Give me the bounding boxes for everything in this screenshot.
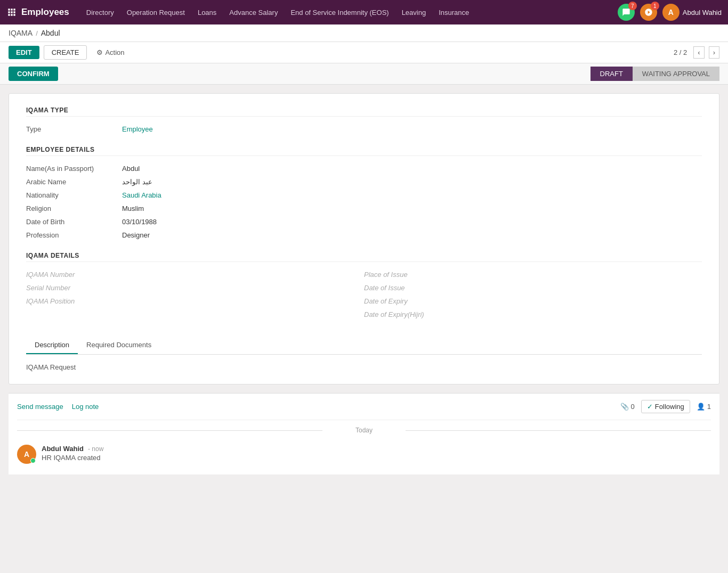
type-value[interactable]: Employee: [122, 125, 153, 133]
topnav-menu: Directory Operation Request Loans Advanc…: [80, 0, 618, 24]
gear-icon: ⚙: [96, 48, 103, 56]
iqama-position-label: IQAMA Position: [26, 297, 122, 305]
serial-number-label: Serial Number: [26, 284, 122, 292]
place-of-issue-row: Place of Issue: [364, 271, 702, 279]
tab-description[interactable]: Description: [26, 337, 78, 354]
description-content: IQAMA Request: [26, 363, 702, 371]
pagination-info: 2 / 2: [674, 48, 687, 56]
status-draft[interactable]: DRAFT: [591, 67, 633, 81]
attachments-count[interactable]: 📎 0: [620, 403, 635, 411]
message-time: - now: [88, 445, 103, 453]
date-of-expiry-label: Date of Expiry: [364, 297, 460, 305]
religion-label: Religion: [26, 204, 122, 212]
profession-value[interactable]: Designer: [122, 231, 150, 239]
create-button[interactable]: CREATE: [44, 45, 87, 60]
iqama-position-row: IQAMA Position: [26, 297, 364, 305]
message-item: A Abdul Wahid - now HR IQAMA created: [17, 440, 711, 468]
name-value[interactable]: Abdul: [122, 165, 140, 173]
dob-field-row: Date of Birth 03/10/1988: [26, 218, 702, 226]
iqama-type-section: IQAMA Type Type Employee: [26, 107, 702, 133]
main-content: IQAMA Type Type Employee Employee Detail…: [0, 85, 728, 483]
left-col: IQAMA Number Serial Number IQAMA Positio…: [26, 271, 364, 324]
dob-label: Date of Birth: [26, 218, 122, 226]
date-of-expiry-hijri-label: Date of Expiry(Hijri): [364, 310, 460, 318]
message-content: Abdul Wahid - now HR IQAMA created: [42, 445, 711, 464]
chat-button[interactable]: 7: [618, 4, 635, 21]
message-header: Abdul Wahid - now: [42, 445, 711, 453]
serial-number-row: Serial Number: [26, 284, 364, 292]
place-of-issue-label: Place of Issue: [364, 271, 460, 279]
send-message-button[interactable]: Send message: [17, 403, 63, 411]
date-of-issue-row: Date of Issue: [364, 284, 702, 292]
name-label: Name(As in Passport): [26, 165, 122, 173]
chatter-actions: Send message Log note 📎 0 ✓ Following 👤 …: [17, 400, 711, 420]
breadcrumb-separator: /: [36, 29, 38, 37]
activity-badge: 1: [651, 2, 659, 10]
iqama-details-section: IQAMA Details IQAMA Number Serial Number…: [26, 252, 702, 324]
menu-item-eos[interactable]: End of Service Indemnity (EOS): [284, 0, 395, 24]
date-of-expiry-row: Date of Expiry: [364, 297, 702, 305]
activity-button[interactable]: 1: [640, 4, 657, 21]
profession-label: Profession: [26, 231, 122, 239]
app-title[interactable]: Employees: [21, 7, 69, 18]
menu-item-insurance[interactable]: Insurance: [432, 0, 475, 24]
form-card: IQAMA Type Type Employee Employee Detail…: [9, 93, 719, 384]
prev-button[interactable]: ‹: [693, 46, 704, 59]
breadcrumb-current: Abdul: [41, 29, 60, 37]
dob-value[interactable]: 03/10/1988: [122, 218, 157, 226]
menu-item-loans[interactable]: Loans: [191, 0, 223, 24]
arabic-name-value[interactable]: عبد الواحد: [122, 178, 152, 186]
online-indicator: [30, 458, 36, 463]
topnav: Employees Directory Operation Request Lo…: [0, 0, 728, 24]
description-text: IQAMA Request: [26, 361, 76, 373]
arabic-name-label: Arabic Name: [26, 178, 122, 186]
religion-value[interactable]: Muslim: [122, 204, 144, 212]
tab-bar: Description Required Documents: [26, 337, 702, 355]
date-of-expiry-hijri-row: Date of Expiry(Hijri): [364, 310, 702, 318]
breadcrumb: IQAMA / Abdul: [0, 24, 728, 42]
person-icon: 👤: [697, 403, 705, 411]
menu-item-leaving[interactable]: Leaving: [395, 0, 433, 24]
type-field-row: Type Employee: [26, 125, 702, 133]
menu-item-directory[interactable]: Directory: [80, 0, 120, 24]
confirm-button[interactable]: CONFIRM: [9, 67, 58, 81]
today-divider: Today: [17, 427, 711, 434]
check-icon: ✓: [647, 403, 653, 411]
iqama-number-label: IQAMA Number: [26, 271, 122, 279]
user-name: Abdul Wahid: [683, 9, 722, 17]
user-menu[interactable]: A Abdul Wahid: [662, 4, 722, 21]
breadcrumb-parent[interactable]: IQAMA: [9, 29, 33, 37]
status-bar: CONFIRM DRAFT WAITING APPROVAL: [0, 63, 728, 85]
message-author: Abdul Wahid: [42, 445, 84, 453]
menu-item-operation-request[interactable]: Operation Request: [120, 0, 191, 24]
log-note-button[interactable]: Log note: [72, 403, 99, 411]
right-col: Place of Issue Date of Issue Date of Exp…: [364, 271, 702, 324]
religion-field-row: Religion Muslim: [26, 204, 702, 212]
chatter: Send message Log note 📎 0 ✓ Following 👤 …: [9, 393, 719, 474]
status-pipeline: DRAFT WAITING APPROVAL: [591, 67, 719, 81]
nationality-field-row: Nationality Saudi Arabia: [26, 191, 702, 199]
status-waiting-approval[interactable]: WAITING APPROVAL: [633, 67, 719, 81]
tab-required-documents[interactable]: Required Documents: [78, 337, 160, 354]
nationality-value[interactable]: Saudi Arabia: [122, 191, 161, 199]
profession-field-row: Profession Designer: [26, 231, 702, 239]
iqama-details-title: IQAMA Details: [26, 252, 702, 262]
iqama-number-row: IQAMA Number: [26, 271, 364, 279]
message-text: HR IQAMA created: [42, 454, 711, 462]
apps-icon[interactable]: [6, 7, 17, 18]
next-button[interactable]: ›: [709, 46, 719, 59]
type-label: Type: [26, 125, 122, 133]
menu-item-advance-salary[interactable]: Advance Salary: [223, 0, 284, 24]
employee-details-section: Employee Details Name(As in Passport) Ab…: [26, 146, 702, 239]
edit-button[interactable]: EDIT: [9, 46, 39, 59]
arabic-name-field-row: Arabic Name عبد الواحد: [26, 178, 702, 186]
chat-badge: 7: [628, 2, 637, 10]
action-button[interactable]: ⚙ Action: [91, 46, 130, 59]
iqama-type-title: IQAMA Type: [26, 107, 702, 117]
employee-details-title: Employee Details: [26, 146, 702, 156]
nationality-label: Nationality: [26, 191, 122, 199]
followers-button[interactable]: 👤 1: [697, 403, 711, 411]
paperclip-icon: 📎: [620, 403, 629, 411]
message-avatar: A: [17, 445, 36, 464]
following-button[interactable]: ✓ Following: [641, 400, 690, 413]
